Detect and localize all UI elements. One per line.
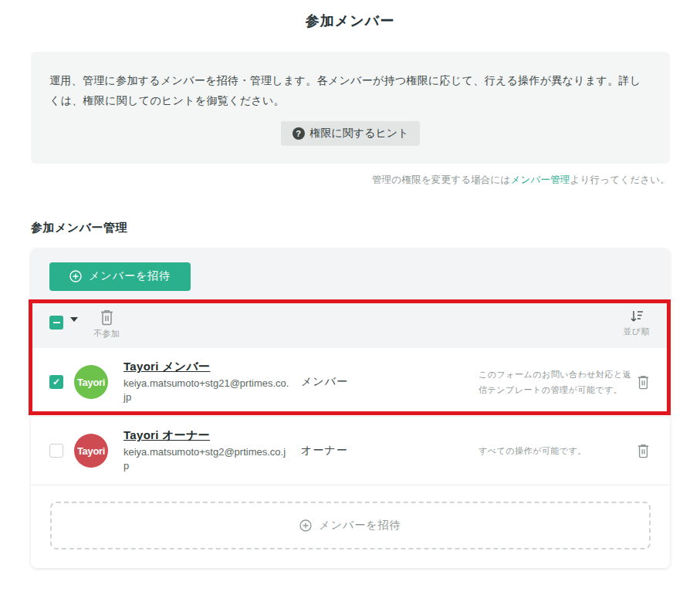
invite-member-button[interactable]: メンバーを招待: [49, 262, 191, 291]
member-row: Tayori Tayori オーナー keiya.matsumoto+stg2@…: [31, 417, 670, 485]
avatar-label: Tayori: [77, 377, 105, 388]
row-checkbox-checked[interactable]: [49, 375, 63, 389]
hint-row: ? 権限に関するヒント: [49, 121, 651, 146]
member-role: オーナー: [301, 444, 479, 458]
info-description: 運用、管理に参加するメンバーを招待・管理します。各メンバーが持つ権限に応じて、行…: [49, 70, 651, 110]
info-box: 運用、管理に参加するメンバーを招待・管理します。各メンバーが持つ権限に応じて、行…: [31, 52, 670, 164]
sort-button[interactable]: 並び順: [623, 309, 650, 337]
member-email: keiya.matsumoto+stg2@prtimes.co.jp: [123, 445, 290, 473]
delete-member-button[interactable]: [635, 442, 651, 460]
avatar: Tayori: [74, 434, 108, 468]
member-identity: Tayori メンバー keiya.matsumoto+stg21@prtime…: [123, 360, 301, 404]
trash-icon: [100, 309, 114, 326]
avatar: Tayori: [74, 365, 108, 399]
member-role: メンバー: [301, 375, 479, 389]
plus-circle-icon: [299, 519, 312, 532]
invite-dropzone-label: メンバーを招待: [319, 519, 401, 532]
member-role-description: このフォームのお問い合わせ対応と返信テンプレートの管理が可能です。: [479, 367, 635, 397]
question-icon: ?: [293, 127, 305, 140]
section-heading: 参加メンバー管理: [31, 221, 669, 235]
checkbox-dropdown-caret[interactable]: [70, 317, 78, 322]
permission-hint-button[interactable]: ? 権限に関するヒント: [281, 121, 421, 146]
row-checkbox-unchecked[interactable]: [49, 444, 63, 458]
trash-icon: [637, 375, 650, 390]
member-role-description-text: すべての操作が可能です。: [479, 443, 587, 458]
page-title: 参加メンバー: [0, 0, 700, 30]
bulk-remove-label: 不参加: [93, 328, 120, 340]
members-card: メンバーを招待 不参加 並び順 Tayori Tayori メンバー: [31, 248, 670, 568]
member-role-description-text: このフォームのお問い合わせ対応と返信テンプレートの管理が可能です。: [479, 367, 635, 397]
card-bottom: メンバーを招待: [31, 485, 670, 568]
member-email: keiya.matsumoto+stg21@prtimes.co.jp: [123, 377, 290, 404]
member-management-link[interactable]: メンバー管理: [511, 174, 570, 185]
bulk-remove-button[interactable]: 不参加: [93, 309, 120, 340]
note-suffix: より行ってください。: [570, 174, 670, 185]
member-row: Tayori Tayori メンバー keiya.matsumoto+stg21…: [31, 348, 670, 417]
note: 管理の権限を変更する場合にはメンバー管理より行ってください。: [31, 174, 670, 187]
invite-button-label: メンバーを招待: [89, 269, 171, 283]
member-name-link[interactable]: Tayori オーナー: [123, 428, 210, 443]
plus-circle-icon: [69, 270, 82, 282]
trash-icon: [637, 444, 650, 458]
member-role-description: すべての操作が可能です。: [479, 443, 635, 458]
permission-hint-label: 権限に関するヒント: [310, 127, 409, 140]
member-identity: Tayori オーナー keiya.matsumoto+stg2@prtimes…: [123, 428, 301, 473]
list-toolbar: 不参加 並び順: [31, 303, 670, 348]
card-top-band: メンバーを招待: [31, 248, 670, 303]
sort-label: 並び順: [623, 326, 650, 337]
sort-icon: [629, 309, 644, 323]
delete-member-button[interactable]: [635, 374, 651, 391]
invite-dropzone-button[interactable]: メンバーを招待: [50, 502, 651, 549]
select-all-checkbox[interactable]: [49, 316, 63, 330]
member-name-link[interactable]: Tayori メンバー: [123, 360, 210, 374]
note-prefix: 管理の権限を変更する場合には: [372, 174, 511, 185]
avatar-label: Tayori: [77, 445, 105, 457]
